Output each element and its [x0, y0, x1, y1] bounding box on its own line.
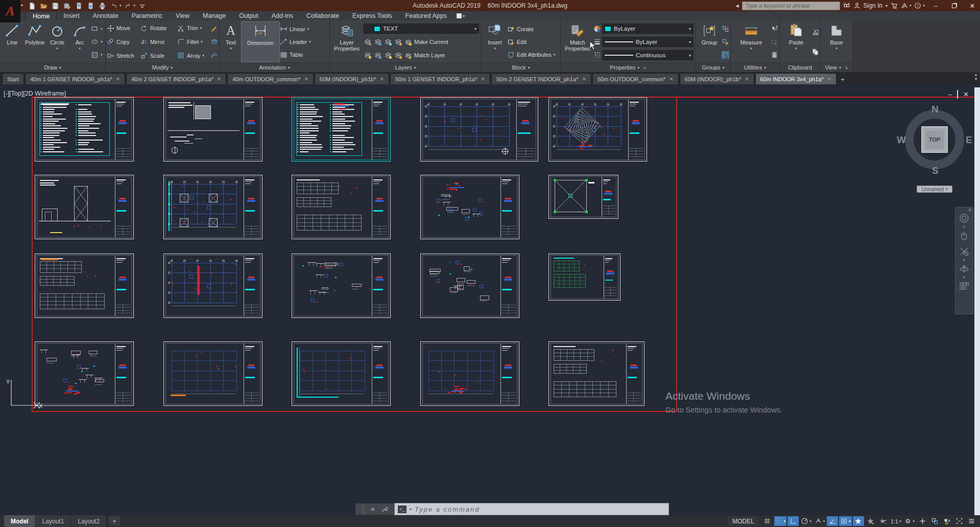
linear-button[interactable]: Linear▾ [280, 25, 328, 33]
paste-button[interactable]: Paste▾ [781, 21, 811, 62]
sign-in-caret-icon[interactable]: ▾ [886, 4, 888, 8]
copy-button[interactable]: Copy [107, 37, 139, 47]
application-menu-button[interactable]: A [0, 0, 20, 22]
lyr-freeze-button[interactable] [384, 38, 392, 46]
panel-expander-icon[interactable]: ↘ [642, 65, 647, 70]
workspace-switching-toggle[interactable]: ⚙▾ [903, 516, 916, 526]
restore-button[interactable] [946, 0, 962, 11]
group-button[interactable]: Group [697, 21, 722, 62]
polyline-button[interactable]: Polyline [23, 21, 46, 62]
save-as-button[interactable] [62, 1, 72, 10]
autodesk-apps-icon[interactable]: ▾ [901, 2, 912, 9]
panel-caret-icon[interactable]: ▾ [764, 65, 766, 70]
file-tab-2[interactable]: 40m 2 GENSET INDOOR_ph1a*✕ [126, 73, 226, 84]
new-button[interactable] [27, 1, 37, 10]
file-tab-close-icon[interactable]: ✕ [116, 76, 120, 82]
object-snap-toggle[interactable]: ▾ [839, 516, 852, 526]
drawing-sheet-2[interactable] [163, 97, 262, 162]
undo-button[interactable] [109, 1, 119, 10]
drawing-sheet-17[interactable] [163, 341, 262, 406]
viewcube-view-name[interactable]: Unnamed▾ [917, 186, 952, 193]
make-current-button[interactable]: Make Current [404, 37, 448, 47]
ribbon-tab-featured-apps[interactable]: Featured Apps [399, 11, 453, 20]
navbar-close-icon[interactable]: ✕ [968, 208, 972, 213]
copy-clip-button[interactable] [811, 48, 819, 56]
text-button[interactable]: AText▾ [221, 21, 241, 62]
color-wheel-button[interactable] [593, 25, 601, 33]
ribbon-display-toggle[interactable]: ▾ [457, 11, 465, 20]
panel-caret-icon[interactable]: ▾ [839, 65, 841, 70]
minimize-button[interactable]: – [928, 0, 943, 11]
polar-tracking-caret-icon[interactable]: ▾ [809, 519, 811, 523]
qat-customize-button[interactable] [137, 1, 147, 10]
annotation-monitor-toggle[interactable] [917, 516, 928, 526]
linetype-select[interactable]: Continuous▾ [602, 50, 694, 60]
select-box-button[interactable] [771, 37, 778, 46]
drawing-sheet-13[interactable] [292, 254, 391, 318]
file-tab-1[interactable]: 40m 1 GENSET INDOOR_ph1a*✕ [25, 73, 125, 84]
ribbon-tab-annotate[interactable]: Annotate [86, 11, 125, 20]
pan-icon[interactable] [959, 230, 970, 241]
recent-commands-caret-icon[interactable]: ▾ [410, 507, 412, 512]
ungroup-button[interactable] [722, 25, 729, 33]
panel-caret-icon[interactable]: ▾ [414, 65, 416, 70]
drawing-sheet-20[interactable] [548, 341, 644, 406]
snap-mode-toggle[interactable]: ▾ [774, 516, 787, 526]
lyr-on-button[interactable] [364, 51, 372, 59]
user-icon[interactable] [853, 2, 861, 9]
customization-toggle[interactable] [966, 516, 977, 526]
ribbon-tab-home[interactable]: Home [26, 11, 57, 20]
polar-tracking-toggle[interactable]: ▾ [800, 516, 812, 526]
close-button[interactable]: ✕ [965, 0, 980, 11]
drawing-sheet-18[interactable] [292, 341, 391, 406]
combo-caret-icon[interactable]: ▾ [689, 53, 691, 58]
redo-caret-icon[interactable]: ▾ [134, 4, 136, 8]
file-tab-close-icon[interactable]: ✕ [745, 76, 749, 82]
erase-button[interactable] [210, 25, 218, 33]
edit-button[interactable]: Edit [507, 37, 559, 46]
match-layer-button[interactable]: Match Layer [404, 51, 445, 60]
command-customize-icon[interactable] [381, 506, 388, 513]
array-button[interactable]: Array▾ [177, 51, 210, 60]
zoom-icon[interactable] [959, 246, 970, 257]
arc-caret-icon[interactable]: ▾ [79, 45, 81, 52]
grid-display-toggle[interactable] [762, 516, 773, 526]
drawing-canvas[interactable]: [-][Top][2D Wireframe] – ✕ N W E S TOP U… [0, 84, 980, 515]
ortho-mode-toggle[interactable] [787, 516, 799, 526]
offset-button[interactable] [210, 51, 218, 59]
insert-caret-icon[interactable]: ▾ [494, 45, 496, 52]
annotation-autoscale-toggle[interactable] [865, 516, 876, 526]
search-input[interactable] [742, 2, 840, 10]
layout-tab-layout1[interactable]: Layout1 [36, 515, 71, 527]
showmotion-icon[interactable] [959, 281, 970, 292]
doc-restore-button[interactable] [957, 90, 958, 98]
drawing-sheet-12[interactable] [163, 254, 262, 318]
explode-button[interactable] [210, 37, 218, 46]
new-drawing-tab-button[interactable]: + [838, 74, 848, 84]
panel-caret-icon[interactable]: ▾ [637, 65, 639, 70]
drawing-sheet-6[interactable] [35, 175, 134, 239]
navigation-wheel-icon[interactable] [959, 213, 970, 224]
file-tab-close-icon[interactable]: ✕ [582, 76, 586, 82]
viewcube-west[interactable]: W [897, 134, 906, 146]
open-button[interactable] [38, 1, 49, 10]
rectangle-button[interactable]: ▾ [91, 25, 103, 33]
drawing-sheet-4[interactable] [420, 97, 538, 162]
quick-select-button[interactable] [771, 25, 778, 33]
lyr-isolate-button[interactable] [374, 38, 382, 46]
drawing-sheet-7[interactable] [163, 175, 262, 239]
isolate-objects-toggle[interactable] [941, 516, 952, 526]
quick-properties-toggle[interactable] [929, 516, 940, 526]
insert-button[interactable]: Insert▾ [483, 21, 507, 62]
file-tab-6[interactable]: 50m 2 GENSET INDOOR_ph1a*✕ [491, 73, 591, 84]
hatch-button[interactable]: ▾ [91, 51, 103, 59]
viewcube-north[interactable]: N [931, 104, 939, 115]
arc-button[interactable]: Arc▾ [68, 21, 91, 62]
doc-close-button[interactable]: ✕ [963, 90, 969, 98]
plot-button[interactable] [97, 1, 107, 10]
drawing-sheet-14[interactable] [420, 254, 519, 318]
panel-label-draw[interactable]: Draw▾ [0, 62, 105, 72]
base-caret-icon[interactable]: ▾ [835, 45, 838, 52]
model-space-badge[interactable]: MODEL [728, 516, 759, 526]
file-tab-close-icon[interactable]: ✕ [217, 76, 221, 82]
